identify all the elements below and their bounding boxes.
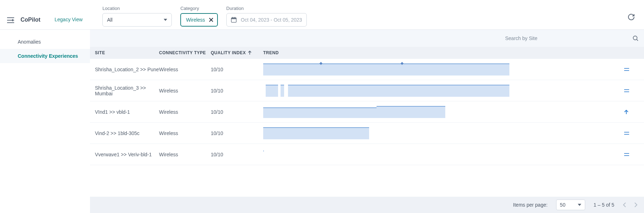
cell-quality: 10/10 <box>211 109 263 115</box>
table-body: Shrisha_Location_2 >> Pune Wireless 10/1… <box>90 59 644 197</box>
pagination: Items per page: 50 1 – 5 of 5 <box>90 197 644 213</box>
cell-site[interactable]: Shrisha_Location_2 >> Pune <box>90 67 159 72</box>
cell-site[interactable]: Shrisha_Location_3 >> Mumbai <box>90 85 159 96</box>
col-quality[interactable]: Quality Index <box>211 50 263 55</box>
items-per-page-value: 50 <box>560 202 566 208</box>
refresh-icon[interactable] <box>628 13 635 21</box>
location-value: All <box>107 17 113 23</box>
table-row: Vverwave1 >> Veriv-bld-1 Wireless 10/10 <box>90 144 644 165</box>
row-equals-icon[interactable] <box>624 131 644 135</box>
brand-title: CoPilot <box>21 17 40 23</box>
col-site[interactable]: Site <box>90 50 159 55</box>
location-select[interactable]: All <box>102 13 172 27</box>
top-bar: CoPilot Legacy View Location All Categor… <box>0 0 644 30</box>
page-nav <box>623 202 638 207</box>
location-label: Location <box>102 6 172 11</box>
table-header: Site Connectivity Type Quality Index Tre… <box>90 47 644 59</box>
table-row: Vind-2 >> 1bld-305c Wireless 10/10 <box>90 123 644 144</box>
row-equals-icon[interactable] <box>624 89 644 93</box>
cell-conn: Wireless <box>159 88 211 94</box>
duration-label: Duration <box>226 6 307 11</box>
main-area: Anomalies Connectivity Experiences Site … <box>0 30 644 213</box>
search-input[interactable] <box>502 32 630 44</box>
cell-site[interactable]: Vverwave1 >> Veriv-bld-1 <box>90 152 159 157</box>
cell-site[interactable]: VInd1 >> vbld-1 <box>90 109 159 115</box>
cell-trend <box>263 106 624 118</box>
cell-conn: Wireless <box>159 67 211 72</box>
content: Site Connectivity Type Quality Index Tre… <box>90 30 644 213</box>
next-page-button[interactable] <box>634 202 638 207</box>
cell-conn: Wireless <box>159 130 211 136</box>
page-range: 1 – 5 of 5 <box>594 202 614 208</box>
table-row: VInd1 >> vbld-1 Wireless 10/10 <box>90 101 644 123</box>
table-row: Shrisha_Location_3 >> Mumbai Wireless 10… <box>90 80 644 101</box>
svg-rect-2 <box>232 17 233 18</box>
svg-point-4 <box>633 36 637 40</box>
sidebar-item-anomalies[interactable]: Anomalies <box>0 35 90 49</box>
cell-quality: 10/10 <box>211 67 263 72</box>
svg-rect-3 <box>235 17 235 18</box>
cell-quality: 10/10 <box>211 152 263 157</box>
calendar-icon <box>231 17 237 23</box>
cell-conn: Wireless <box>159 152 211 157</box>
row-up-icon[interactable] <box>624 110 644 114</box>
duration-value: Oct 04, 2023 - Oct 05, 2023 <box>241 17 302 23</box>
cell-trend <box>263 148 624 161</box>
category-value: Wireless <box>186 17 205 23</box>
legacy-view-link[interactable]: Legacy View <box>55 17 83 22</box>
cell-trend <box>263 63 624 75</box>
svg-rect-1 <box>231 18 236 19</box>
sidebar: Anomalies Connectivity Experiences <box>0 30 90 213</box>
col-trend: Trend <box>263 50 624 55</box>
col-quality-label: Quality Index <box>211 50 246 55</box>
cell-trend <box>263 85 624 97</box>
duration-filter: Duration Oct 04, 2023 - Oct 05, 2023 <box>226 6 307 27</box>
items-per-page-label: Items per page: <box>513 202 547 208</box>
cell-quality: 10/10 <box>211 130 263 136</box>
cell-quality: 10/10 <box>211 88 263 94</box>
chevron-down-icon <box>578 204 581 206</box>
prev-page-button[interactable] <box>623 202 626 207</box>
category-filter: Category Wireless <box>180 6 218 27</box>
table-row: Shrisha_Location_2 >> Pune Wireless 10/1… <box>90 59 644 80</box>
cell-trend <box>263 127 624 139</box>
chevron-down-icon <box>164 19 167 21</box>
duration-picker[interactable]: Oct 04, 2023 - Oct 05, 2023 <box>226 13 307 27</box>
category-chip[interactable]: Wireless <box>180 13 218 27</box>
search-icon[interactable] <box>633 35 638 41</box>
search-bar <box>90 30 644 47</box>
cell-conn: Wireless <box>159 109 211 115</box>
category-label: Category <box>180 6 218 11</box>
sidebar-item-connectivity[interactable]: Connectivity Experiences <box>0 49 90 63</box>
sort-asc-icon <box>248 51 252 55</box>
close-icon[interactable] <box>209 17 214 22</box>
cell-site[interactable]: Vind-2 >> 1bld-305c <box>90 130 159 136</box>
hamburger-icon[interactable] <box>7 17 14 23</box>
location-filter: Location All <box>102 6 172 27</box>
col-conn[interactable]: Connectivity Type <box>159 50 211 55</box>
items-per-page-select[interactable]: 50 <box>556 200 585 210</box>
row-equals-icon[interactable] <box>624 68 644 71</box>
row-equals-icon[interactable] <box>624 153 644 156</box>
